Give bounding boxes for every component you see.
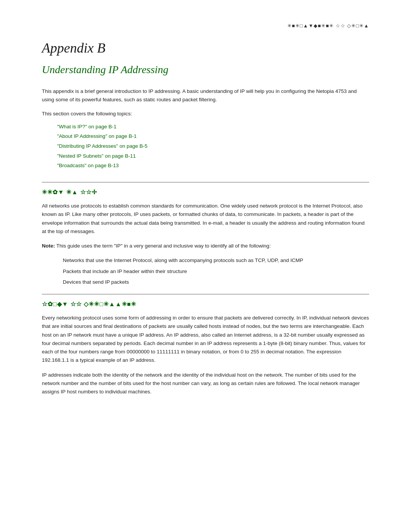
header-symbols: ✳︎■✳︎□▲▼◆■✳︎■✳︎ ☆☆ ◇✳︎□✳︎▲	[42, 23, 369, 29]
about-ip-heading: ☆✿□◆▼ ☆☆ ◇✳︎✳︎□✳︎▲▲✳︎■✳︎	[42, 300, 369, 308]
what-is-ip-heading: ✳︎✳︎✿▼ ✳︎▲ ☆☆✢	[42, 189, 369, 196]
toc-link-distributing[interactable]: "Distributing IP Addresses" on page B-5	[57, 141, 369, 151]
intro-paragraph-1: This appendix is a brief general introdu…	[42, 87, 369, 104]
toc-link-nested[interactable]: "Nested IP Subnets" on page B-11	[57, 151, 369, 161]
table-of-contents: "What is IP?" on page B-1 "About IP Addr…	[57, 122, 369, 171]
toc-link-what-is-ip[interactable]: "What is IP?" on page B-1	[57, 122, 369, 132]
note-item-3: Devices that send IP packets	[63, 278, 369, 286]
section-divider-1	[42, 182, 369, 182]
toc-label: This section covers the following topics…	[42, 110, 369, 118]
note-content: This guide uses the term "IP" in a very …	[55, 243, 271, 249]
about-ip-body-2: IP addresses indicate both the identity …	[42, 371, 369, 396]
note-item-1: Networks that use the Internet Protocol,…	[63, 256, 369, 265]
note-text: Note: This guide uses the term "IP" in a…	[42, 242, 369, 250]
note-item-2: Packets that include an IP header within…	[63, 267, 369, 276]
about-ip-body-1: Every networking protocol uses some form…	[42, 314, 369, 365]
section-title: Understanding IP Addressing	[42, 64, 369, 76]
toc-link-broadcasts[interactable]: "Broadcasts" on page B-13	[57, 161, 369, 171]
section-divider-2	[42, 294, 369, 294]
note-items-list: Networks that use the Internet Protocol,…	[63, 256, 369, 286]
appendix-title: Appendix B	[42, 40, 369, 56]
what-is-ip-body: All networks use protocols to establish …	[42, 202, 369, 236]
note-block: Note: This guide uses the term "IP" in a…	[42, 242, 369, 250]
toc-link-about-ip[interactable]: "About IP Addressing" on page B-1	[57, 131, 369, 141]
note-label: Note:	[42, 243, 55, 249]
